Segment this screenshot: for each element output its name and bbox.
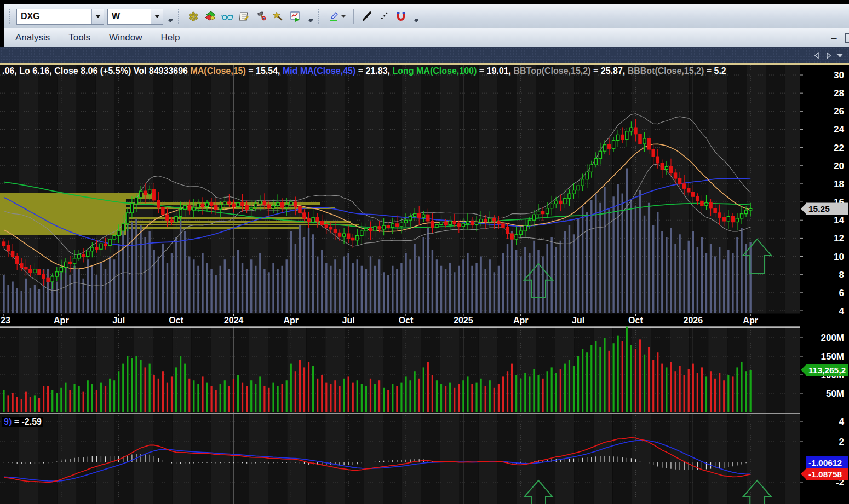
- trading-app-window: DXG W: [0, 0, 849, 504]
- info-segment: .06, Lo 6.16, Close 8.06 (+5.5%) Vol 849…: [2, 66, 190, 76]
- svg-text:150M: 150M: [821, 351, 844, 362]
- svg-text:Jul: Jul: [572, 316, 584, 325]
- macd-value-tag: -1.08758: [801, 468, 848, 480]
- svg-text:Oct: Oct: [399, 316, 414, 325]
- toolbar-grip-handle[interactable]: [318, 9, 320, 24]
- scroll-tabs-left-icon[interactable]: [813, 52, 821, 59]
- document-tab-strip: [0, 47, 849, 63]
- tab-list-dropdown-icon[interactable]: [836, 52, 844, 59]
- menu-tools[interactable]: Tools: [68, 32, 90, 43]
- indicator-flower-icon[interactable]: [187, 10, 199, 22]
- svg-text:22: 22: [834, 143, 844, 153]
- svg-text:8: 8: [839, 270, 844, 280]
- menu-bar: Analysis Tools Window Help –: [4, 28, 849, 47]
- svg-text:30: 30: [834, 70, 844, 80]
- info-segment: 9): [4, 417, 12, 426]
- svg-text:23: 23: [1, 316, 10, 325]
- chart-window-icon[interactable]: [289, 10, 301, 22]
- svg-text:26: 26: [834, 106, 844, 117]
- info-segment: Long MA(Close,100): [393, 66, 477, 76]
- svg-text:28: 28: [834, 88, 844, 99]
- trendline-pen-icon[interactable]: [361, 10, 373, 22]
- svg-text:12: 12: [834, 233, 844, 244]
- toolbar-overflow-button[interactable]: [308, 11, 313, 22]
- svg-text:Apr: Apr: [284, 316, 299, 325]
- info-segment: = 19.01,: [477, 66, 513, 76]
- svg-text:Oct: Oct: [169, 316, 183, 325]
- hammer-tools-icon[interactable]: [255, 10, 267, 22]
- svg-text:2025: 2025: [454, 316, 473, 325]
- menu-window[interactable]: Window: [109, 32, 142, 43]
- svg-text:Jul: Jul: [112, 316, 125, 325]
- svg-text:2026: 2026: [683, 316, 703, 325]
- svg-text:14: 14: [834, 215, 844, 225]
- svg-text:Apr: Apr: [743, 316, 758, 325]
- info-segment: BBBot(Close,15,2): [628, 66, 704, 76]
- chevron-down-icon: [154, 15, 160, 18]
- symbol-dropdown-button[interactable]: [91, 9, 104, 24]
- last-price-tag: 15.25: [801, 203, 848, 215]
- main-toolbar: DXG W: [4, 4, 849, 28]
- symbol-combobox[interactable]: DXG: [16, 9, 104, 25]
- svg-text:4: 4: [839, 306, 845, 316]
- svg-text:Apr: Apr: [513, 316, 529, 325]
- svg-text:20: 20: [834, 161, 844, 171]
- menu-help[interactable]: Help: [160, 32, 180, 43]
- svg-text:-1.08758: -1.08758: [808, 470, 842, 479]
- info-segment: = 25.87,: [591, 66, 628, 76]
- toolbar-grip-handle[interactable]: [177, 9, 180, 24]
- svg-text:2: 2: [839, 437, 844, 447]
- notes-icon[interactable]: [238, 10, 250, 22]
- svg-text:Apr: Apr: [54, 316, 69, 325]
- info-segment: = 21.83,: [355, 66, 392, 76]
- svg-text:15.25: 15.25: [808, 204, 830, 213]
- svg-text:24: 24: [834, 124, 844, 135]
- window-button-partial[interactable]: [845, 33, 849, 43]
- dashed-line-icon[interactable]: [378, 10, 390, 22]
- macd-signal-tag: -1.00612: [806, 456, 848, 468]
- symbol-value[interactable]: DXG: [17, 9, 91, 24]
- svg-text:Oct: Oct: [628, 316, 643, 325]
- highlighter-icon[interactable]: [328, 10, 346, 22]
- svg-text:2024: 2024: [224, 316, 244, 325]
- chevron-down-icon: [341, 15, 346, 18]
- chevron-down-icon: [95, 15, 101, 18]
- toolbar-overflow-button[interactable]: [168, 11, 173, 22]
- svg-text:50M: 50M: [826, 389, 844, 399]
- info-segment: BBTop(Close,15,2): [513, 66, 590, 76]
- info-segment: = 15.54,: [246, 66, 283, 76]
- chart-info-line: .06, Lo 6.16, Close 8.06 (+5.5%) Vol 849…: [2, 66, 726, 76]
- info-segment: = 5.2: [704, 66, 726, 76]
- toolbar-grip-handle[interactable]: [9, 9, 12, 24]
- toolbar-separator: [353, 9, 354, 24]
- pane-separator: [0, 327, 800, 328]
- info-segment: Mid MA(Close,45): [283, 66, 355, 76]
- menu-analysis[interactable]: Analysis: [15, 32, 50, 43]
- timeframe-combobox[interactable]: W: [107, 9, 163, 25]
- scroll-tabs-right-icon[interactable]: [825, 52, 832, 59]
- last-volume-tag: 113,265,2: [801, 364, 848, 376]
- svg-text:6: 6: [839, 288, 844, 298]
- info-segment: = -2.59: [12, 417, 42, 426]
- info-segment: MA(Close,15): [190, 66, 245, 76]
- color-diamond-icon[interactable]: [204, 10, 216, 22]
- analysis-icon-group: [185, 10, 303, 22]
- wizard-wand-icon[interactable]: [272, 10, 284, 22]
- svg-text:200M: 200M: [821, 333, 844, 343]
- svg-text:113,265,2: 113,265,2: [808, 366, 846, 375]
- drawing-icon-group: [325, 9, 409, 24]
- glasses-icon[interactable]: [221, 10, 233, 22]
- svg-text:4: 4: [839, 416, 845, 427]
- magnet-icon[interactable]: [395, 10, 407, 22]
- chart-canvas[interactable]: 3028262422201816141210864200M150M100M50M…: [0, 65, 849, 504]
- timeframe-dropdown-button[interactable]: [151, 9, 163, 24]
- macd-info-label: 9) = -2.59: [2, 417, 43, 427]
- svg-text:10: 10: [834, 252, 844, 262]
- svg-text:Jul: Jul: [342, 316, 355, 325]
- svg-text:-1.00612: -1.00612: [808, 458, 842, 467]
- timeframe-value[interactable]: W: [108, 9, 151, 24]
- minimize-button[interactable]: –: [831, 32, 837, 44]
- toolbar-overflow-button[interactable]: [414, 11, 418, 22]
- svg-text:18: 18: [834, 179, 844, 189]
